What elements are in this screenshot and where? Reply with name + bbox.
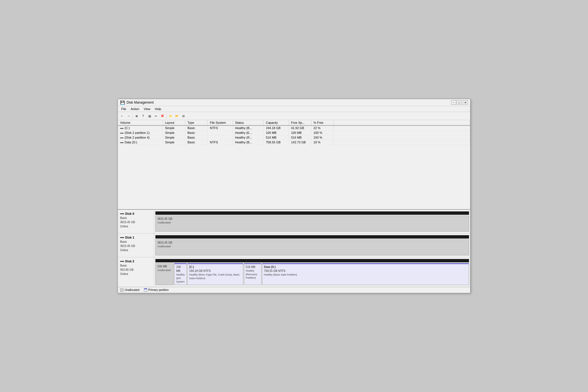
toolbar: ← → ⊞ ? ▤ ↩ ✕ 📁 📂 ⊟ [118, 112, 470, 120]
table-row[interactable]: (C:) Simple Basic NTFS Healthy (B... 194… [118, 125, 470, 130]
cell-type: Basic [185, 125, 207, 130]
disk-partitions-1: 3815.45 GBUnallocated [154, 234, 470, 257]
legend-bar: Unallocated Primary partition [118, 287, 470, 293]
content-area: Volume Layout Type File System Status Ca… [118, 120, 470, 293]
cell-capacity: 516 MB [263, 135, 289, 140]
disk-name-1: Disk 1 [120, 236, 152, 239]
partition-block-0-0[interactable]: 3815.45 GBUnallocated [155, 216, 469, 232]
partition-block-2-0[interactable]: 530 MBUnallocated [155, 263, 174, 285]
restore-button[interactable]: □ [457, 100, 462, 105]
cell-freespace: 142.73 GB [289, 140, 311, 145]
disk-bar-full-0 [155, 211, 469, 215]
cell-capacity: 758.55 GB [263, 140, 289, 145]
cell-status: Healthy (B... [233, 140, 263, 145]
partition-size-1-0: 3815.45 GB [157, 241, 467, 245]
minimize-button[interactable]: − [451, 100, 456, 105]
disk-name-2: Disk 2 [120, 260, 152, 263]
cell-extra [333, 130, 470, 135]
col-type[interactable]: Type [185, 120, 207, 125]
menu-view[interactable]: View [141, 107, 153, 111]
cell-pctfree: 22 % [311, 125, 333, 130]
partition-desc-0-0: Unallocated [157, 221, 467, 225]
partition-desc-2-0: Unallocated [157, 269, 172, 272]
forward-button[interactable]: → [125, 113, 132, 119]
partition-block-1-0[interactable]: 3815.45 GBUnallocated [155, 239, 469, 255]
disk-info-0: Basic3815.45 GBOnline [120, 216, 152, 228]
legend-primary: Primary partition [144, 288, 169, 292]
cell-extra [333, 125, 470, 130]
disk-management-window: 💾 Disk Management − □ ✕ File Action View… [118, 99, 470, 293]
cell-volume: (Disk 2 partition 4) [118, 135, 163, 140]
col-pctfree[interactable]: % Free [311, 120, 333, 125]
properties-button[interactable]: ⊞ [134, 113, 140, 119]
disk-partitions-2: 530 MBUnallocated100 MBHealthy (EFI Syst… [154, 257, 470, 287]
close-button[interactable]: ✕ [463, 100, 468, 105]
disk-name-0: Disk 0 [120, 212, 152, 215]
partition-desc-2-3: Healthy (Recovery Partition) [246, 269, 260, 280]
disk-row-1: Disk 1 Basic3815.45 GBOnline 3815.45 GBU… [118, 234, 470, 257]
col-capacity[interactable]: Capacity [263, 120, 289, 125]
partition-desc-2-1: Healthy (EFI System [176, 273, 185, 284]
title-bar: 💾 Disk Management − □ ✕ [118, 99, 470, 106]
cell-pctfree: 100 % [311, 130, 333, 135]
connect-button[interactable]: ↩ [153, 113, 159, 119]
partitions-row-2: 530 MBUnallocated100 MBHealthy (EFI Syst… [155, 263, 469, 285]
table-row[interactable]: (Disk 2 partition 1) Simple Basic Health… [118, 130, 470, 135]
col-layout[interactable]: Layout [163, 120, 185, 125]
partition-block-2-1[interactable]: 100 MBHealthy (EFI System [174, 263, 187, 285]
partition-block-2-4[interactable]: Data (D:)758.55 GB NTFSHealthy (Basic Da… [262, 263, 469, 285]
cell-layout: Simple [163, 130, 185, 135]
table-header-row: Volume Layout Type File System Status Ca… [118, 120, 470, 125]
cell-filesystem: NTFS [207, 125, 233, 130]
col-filesystem[interactable]: File System [207, 120, 233, 125]
col-volume[interactable]: Volume [118, 120, 163, 125]
disk-label-1: Disk 1 Basic3815.45 GBOnline [118, 234, 154, 257]
disk-info-1: Basic3815.45 GBOnline [120, 240, 152, 252]
cell-layout: Simple [163, 140, 185, 145]
cell-filesystem [207, 135, 233, 140]
help-button[interactable]: ? [140, 113, 146, 119]
partition-size-0-0: 3815.45 GB [157, 217, 467, 221]
legend-unallocated-label: Unallocated [125, 288, 139, 291]
partition-size-2-4: 758.55 GB NTFS [264, 269, 467, 273]
cell-pctfree: 100 % [311, 135, 333, 140]
col-status[interactable]: Status [233, 120, 263, 125]
disk-partitions-0: 3815.45 GBUnallocated [154, 210, 470, 233]
partition-desc-1-0: Unallocated [157, 245, 467, 248]
cell-filesystem: NTFS [207, 140, 233, 145]
partition-size-2-2: 194.18 GB NTFS [189, 269, 241, 273]
disk-row-0: Disk 0 Basic3815.45 GBOnline 3815.45 GBU… [118, 210, 470, 234]
shrink-button[interactable]: ▤ [146, 113, 153, 119]
delete-button[interactable]: ✕ [159, 113, 165, 119]
cell-freespace: 41.92 GB [289, 125, 311, 130]
cell-layout: Simple [163, 135, 185, 140]
cell-capacity: 100 MB [263, 130, 289, 135]
legend-primary-label: Primary partition [148, 288, 169, 291]
back-button[interactable]: ← [119, 113, 125, 119]
partition-size-2-1: 100 MB [176, 265, 185, 273]
partition-size-2-0: 530 MB [157, 265, 172, 269]
partition-block-2-2[interactable]: (C:)194.18 GB NTFSHealthy (Boot, Page Fi… [187, 263, 243, 285]
partition-size-2-3: 516 MB [246, 265, 260, 269]
disk-bar-full-1 [155, 235, 469, 239]
disk-info-2: Basic953.85 GBOnline [120, 263, 152, 276]
cell-type: Basic [185, 130, 207, 135]
menu-help[interactable]: Help [153, 107, 164, 111]
menu-file[interactable]: File [119, 107, 129, 111]
expand-button[interactable]: ⊟ [180, 113, 186, 119]
import-button[interactable]: 📂 [174, 113, 180, 119]
disk-label-0: Disk 0 Basic3815.45 GBOnline [118, 210, 154, 233]
table-row[interactable]: Data (D:) Simple Basic NTFS Healthy (B..… [118, 140, 470, 145]
partition-name-2-2: (C:) [189, 265, 241, 269]
export-button[interactable]: 📁 [167, 113, 174, 119]
menu-action[interactable]: Action [129, 107, 142, 111]
table-row[interactable]: (Disk 2 partition 4) Simple Basic Health… [118, 135, 470, 140]
cell-capacity: 194.18 GB [263, 125, 289, 130]
cell-type: Basic [185, 140, 207, 145]
cell-freespace: 100 MB [289, 130, 311, 135]
col-freespace[interactable]: Free Sp... [289, 120, 311, 125]
partition-desc-2-2: Healthy (Boot, Page File, Crash Dump, Ba… [189, 273, 241, 280]
disk-icon: 💾 [120, 100, 125, 105]
partitions-row-1: 3815.45 GBUnallocated [155, 239, 469, 255]
partition-block-2-3[interactable]: 516 MBHealthy (Recovery Partition) [244, 263, 262, 285]
